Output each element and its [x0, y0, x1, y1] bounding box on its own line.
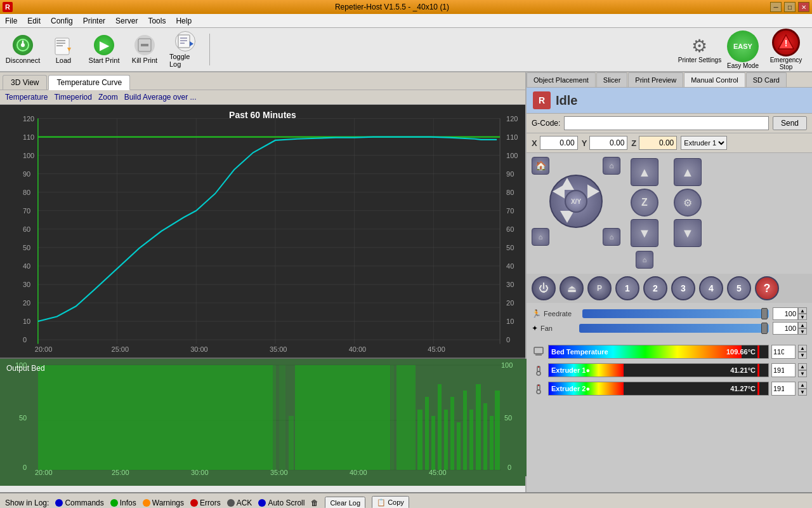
tab-temperature-curve[interactable]: Temperature Curve	[48, 75, 130, 90]
tab-object-placement[interactable]: Object Placement	[527, 72, 596, 87]
tab-3d-view[interactable]: 3D View	[3, 75, 47, 90]
extruder1-temp-up[interactable]: ▲	[798, 363, 807, 370]
menu-printer[interactable]: Printer	[78, 15, 110, 27]
preset-5-button[interactable]: 5	[727, 276, 751, 300]
extruder-up-button[interactable]: ▲	[674, 158, 702, 186]
svg-marker-110	[587, 185, 599, 199]
home-z-button[interactable]: ⌂	[636, 251, 653, 269]
fan-icon-label: ✦ Fan	[532, 324, 575, 333]
kill-print-button[interactable]: Kill Print	[126, 31, 164, 68]
extruder1-temp-down[interactable]: ▼	[798, 370, 807, 377]
extruder2-temp-spinner[interactable]: ▲ ▼	[798, 382, 807, 396]
menu-edit[interactable]: Edit	[22, 15, 46, 27]
home-all-button[interactable]: ⌂	[603, 157, 620, 175]
preset-1-button[interactable]: 1	[615, 276, 639, 300]
sliders-section: 🏃 Feedrate 100 ▲ ▼ ✦ Fan	[527, 303, 812, 339]
minimize-button[interactable]: ─	[770, 2, 782, 12]
tab-slicer[interactable]: Slicer	[596, 72, 628, 87]
bed-temp-down[interactable]: ▼	[798, 352, 807, 359]
extruder1-temp-target-input[interactable]	[771, 363, 796, 377]
easy-mode-button[interactable]: EASY Easy Mode	[727, 30, 759, 69]
extruder2-temp-down[interactable]: ▼	[798, 389, 807, 396]
extruder-down-button[interactable]: ▼	[674, 219, 702, 247]
close-button[interactable]: ✕	[798, 2, 809, 12]
extruder-center-icon: ⚙	[674, 189, 702, 217]
feedrate-slider[interactable]	[582, 309, 769, 318]
move-z-minus-button[interactable]: ▼	[631, 219, 658, 247]
bed-temp-up[interactable]: ▲	[798, 345, 807, 352]
send-button[interactable]: Send	[773, 116, 807, 130]
extruder2-temp-target-input[interactable]	[771, 382, 796, 396]
ctrl-zoom[interactable]: Zoom	[98, 93, 118, 102]
park-button[interactable]: P	[587, 276, 612, 300]
menu-config[interactable]: Config	[46, 15, 78, 27]
emergency-stop-button[interactable]: ! Emergency Stop	[764, 29, 808, 70]
fan-slider[interactable]	[579, 324, 769, 333]
ctrl-build-average[interactable]: Build Average over ...	[124, 93, 197, 102]
svg-rect-98	[444, 410, 448, 470]
feedrate-up[interactable]: ▲	[798, 307, 807, 314]
printer-settings-button[interactable]: ⚙ Printer Settings	[678, 36, 722, 64]
svg-text:70: 70	[23, 207, 30, 215]
home-z-bottom-button[interactable]: ⌂	[603, 228, 620, 246]
maximize-button[interactable]: □	[784, 2, 796, 12]
svg-rect-9	[178, 35, 190, 48]
gcode-input[interactable]	[564, 116, 769, 130]
main-area: 3D View Temperature Curve Temperature Ti…	[0, 72, 812, 492]
extruder1-temp-spinner[interactable]: ▲ ▼	[798, 363, 807, 377]
tab-print-preview[interactable]: Print Preview	[628, 72, 683, 87]
ctrl-temperature[interactable]: Temperature	[5, 93, 48, 102]
errors-filter[interactable]: Errors	[190, 498, 221, 507]
menu-tools[interactable]: Tools	[143, 15, 171, 27]
toggle-log-label: Toggle Log	[169, 53, 201, 68]
help-button[interactable]: ?	[755, 276, 779, 300]
copy-log-button[interactable]: 📋 Copy	[372, 496, 409, 508]
svg-text:0: 0	[23, 336, 27, 344]
disconnect-button[interactable]: Disconnect	[4, 31, 42, 68]
auto-scroll-filter[interactable]: Auto Scroll	[258, 498, 304, 507]
fan-down[interactable]: ▼	[798, 328, 807, 335]
fan-spinner[interactable]: ▲ ▼	[798, 322, 807, 335]
extruder-select[interactable]: Extruder 1 Extruder 2	[681, 136, 727, 150]
bed-temp-target-input[interactable]	[771, 345, 796, 359]
ack-filter[interactable]: ACK	[227, 498, 252, 507]
load-button[interactable]: Load	[44, 31, 82, 68]
preset-2-button[interactable]: 2	[643, 276, 667, 300]
preset-3-button[interactable]: 3	[671, 276, 695, 300]
move-z-plus-button[interactable]: ▲	[631, 158, 658, 186]
eject-button[interactable]: ⏏	[560, 276, 584, 300]
bed-temp-spinner[interactable]: ▲ ▼	[798, 345, 807, 359]
preset-4-button[interactable]: 4	[699, 276, 723, 300]
extruder2-temp-up[interactable]: ▲	[798, 382, 807, 389]
feedrate-value-section: 100 ▲ ▼	[773, 307, 807, 320]
power-button[interactable]: ⏻	[532, 276, 556, 300]
warnings-filter[interactable]: Warnings	[143, 498, 184, 507]
menu-help[interactable]: Help	[171, 15, 197, 27]
tab-sd-card[interactable]: SD Card	[746, 72, 787, 87]
svg-rect-92	[391, 365, 394, 470]
fan-up[interactable]: ▲	[798, 322, 807, 328]
tab-manual-control[interactable]: Manual Control	[684, 72, 745, 87]
menu-file[interactable]: File	[0, 15, 22, 27]
commands-filter[interactable]: Commands	[55, 498, 103, 507]
infos-filter[interactable]: Infos	[110, 498, 136, 507]
toolbar: Disconnect Load ▶ Start Print Kill Print…	[0, 28, 812, 72]
feedrate-down[interactable]: ▼	[798, 314, 807, 320]
svg-text:110: 110	[506, 133, 518, 140]
fan-thumb[interactable]	[761, 323, 768, 334]
coordinates-section: X 0.00 Y 0.00 Z 0.00 Extruder 1 Extruder…	[527, 133, 812, 153]
feedrate-spinner[interactable]: ▲ ▼	[798, 307, 807, 320]
ctrl-timeperiod[interactable]: Timeperiod	[54, 93, 92, 102]
toggle-log-button[interactable]: Toggle Log	[166, 28, 204, 71]
svg-text:20: 20	[23, 299, 30, 307]
start-print-button[interactable]: ▶ Start Print	[85, 31, 123, 68]
commands-label: Commands	[65, 498, 103, 507]
svg-rect-93	[396, 365, 416, 470]
feedrate-thumb[interactable]	[761, 308, 768, 319]
clear-log-button[interactable]: Clear Log	[325, 497, 365, 509]
home-x-button[interactable]: ⌂	[532, 228, 549, 246]
menu-server[interactable]: Server	[110, 15, 143, 27]
home-xy-button[interactable]: 🏠	[532, 157, 549, 175]
chart-controls: Temperature Timeperiod Zoom Build Averag…	[0, 90, 525, 105]
xy-control-pad: 🏠 ⌂ X/Y	[532, 157, 620, 246]
